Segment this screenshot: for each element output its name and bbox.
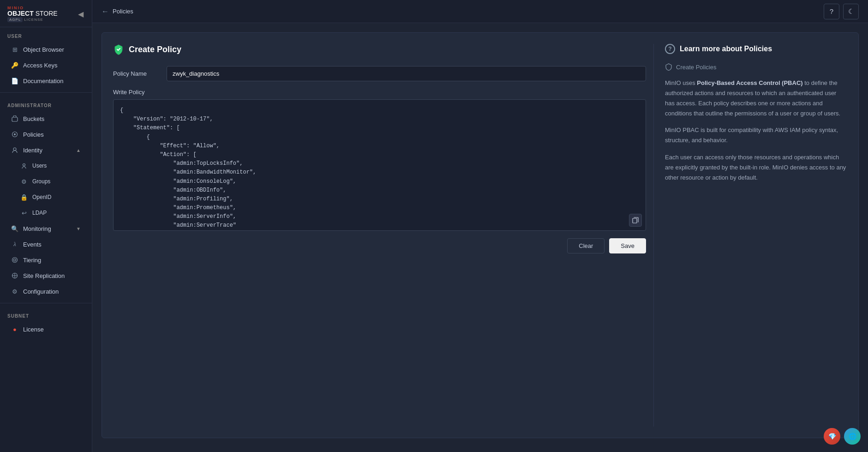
sidebar-item-users[interactable]: Users [4,158,88,173]
create-policy-panel: Create Policy Policy Name Write Policy {… [113,44,646,427]
shield-icon [113,44,124,55]
clear-button[interactable]: Clear [567,238,605,253]
back-button[interactable]: ← [102,7,109,16]
sidebar-item-label: Tiering [23,257,41,264]
help-paragraph-2: MinIO PBAC is built for compatibility wi… [665,125,847,145]
divider [0,92,92,93]
help-circle-icon: ? [665,44,675,54]
documentation-icon: 📄 [11,77,18,84]
help-paragraph-3: Each user can access only those resource… [665,152,847,183]
sidebar-item-configuration[interactable]: ⚙ Configuration [4,284,88,299]
groups-icon: ⚙ [20,178,28,185]
sidebar-item-label: Object Browser [23,46,64,53]
sidebar-item-label: LDAP [32,210,47,216]
topbar: ← Policies ? ☾ [92,0,868,23]
diamond-badge[interactable]: 💎 [824,428,840,445]
code-editor-wrapper: { "Version": "2012-10-17", "Statement": … [113,99,646,231]
help-panel: ? Learn more about Policies Create Polic… [653,44,847,427]
policy-json-editor[interactable]: { "Version": "2012-10-17", "Statement": … [114,100,646,229]
sidebar-item-policies[interactable]: Policies [4,127,88,142]
logo-text: MINIO OBJECT STORE AGPL LICENSE [7,6,58,22]
svg-point-5 [12,258,18,263]
sidebar-item-documentation[interactable]: 📄 Documentation [4,73,88,88]
sidebar-item-label: Documentation [23,78,63,84]
sidebar-item-license[interactable]: ● License [4,322,88,337]
write-policy-section: Write Policy { "Version": "2012-10-17", … [113,89,646,231]
object-browser-icon: ⊞ [11,46,18,53]
tiering-icon [11,256,18,264]
sidebar-item-access-keys[interactable]: 🔑 Access Keys [4,58,88,72]
svg-point-3 [13,148,16,151]
content-grid: Create Policy Policy Name Write Policy {… [102,32,859,438]
sidebar-item-buckets[interactable]: Buckets [4,111,88,126]
sidebar-item-label: Buckets [23,115,44,122]
sidebar-item-identity[interactable]: Identity ▲ [4,143,88,157]
svg-point-6 [14,259,16,261]
policy-name-input[interactable] [167,66,646,81]
create-policies-link[interactable]: Create Policies [665,63,847,71]
sidebar-item-ldap[interactable]: ↩ LDAP [4,205,88,220]
openid-icon: 🔒 [20,193,28,201]
svg-rect-0 [12,117,18,121]
logo-license-text: LICENSE [24,18,43,22]
collapse-sidebar-button[interactable]: ◀ [77,9,84,19]
sidebar-item-label: Identity [23,147,42,154]
svg-point-2 [14,133,16,135]
sidebar-item-label: Configuration [23,288,59,295]
svg-rect-10 [633,218,637,223]
sidebar-item-groups[interactable]: ⚙ Groups [4,174,88,189]
create-policies-link-text: Create Policies [676,64,716,71]
sidebar-item-tiering[interactable]: Tiering [4,253,88,267]
sidebar-item-label: Groups [32,178,50,185]
divider-2 [0,303,92,303]
policy-name-label: Policy Name [113,70,159,77]
ldap-icon: ↩ [20,209,28,217]
corner-badges: 💎 🌐 [824,428,861,445]
sidebar-item-monitoring[interactable]: 🔍 Monitoring ▼ [4,221,88,236]
sidebar-item-label: Monitoring [23,225,51,232]
users-icon [20,162,28,169]
user-section-label: User [0,27,92,42]
action-row: Clear Save [113,238,646,253]
link-shield-icon [665,63,672,71]
write-policy-label: Write Policy [113,89,646,96]
save-button[interactable]: Save [609,238,646,253]
copy-code-button[interactable] [629,214,642,227]
breadcrumb: ← Policies [102,7,133,16]
help-panel-header: ? Learn more about Policies [665,44,847,54]
create-policy-title: Create Policy [129,45,181,54]
help-paragraph-1: MinIO uses Policy-Based Access Control (… [665,78,847,119]
policies-icon [11,131,18,138]
sidebar-item-label: License [23,326,44,333]
admin-section-label: Administrator [0,96,92,111]
monitoring-icon: 🔍 [11,225,18,232]
access-keys-icon: 🔑 [11,61,18,69]
buckets-icon [11,115,18,122]
logo-license-badge: AGPL [7,17,23,22]
sidebar-item-label: Policies [23,131,44,138]
topbar-actions: ? ☾ [824,4,859,19]
configuration-icon: ⚙ [11,288,18,295]
identity-icon [11,146,18,154]
logo-license: AGPL LICENSE [7,17,58,22]
help-button[interactable]: ? [824,4,839,19]
site-replication-icon [11,272,18,279]
world-badge[interactable]: 🌐 [844,428,861,445]
sidebar-item-label: Events [23,241,42,248]
sidebar-item-openid[interactable]: 🔒 OpenID [4,190,88,205]
logo-product: OBJECT STORE [7,10,58,17]
policy-name-row: Policy Name [113,66,646,81]
sidebar-item-label: Users [32,163,47,169]
sidebar-item-label: Access Keys [23,62,57,69]
sidebar-item-site-replication[interactable]: Site Replication [4,268,88,283]
sidebar: MINIO OBJECT STORE AGPL LICENSE ◀ User ⊞… [0,0,92,452]
subnet-section-label: Subnet [0,307,92,321]
theme-toggle-button[interactable]: ☾ [843,4,859,19]
breadcrumb-link[interactable]: Policies [113,8,133,15]
sidebar-item-events[interactable]: λ Events [4,237,88,252]
logo-area: MINIO OBJECT STORE AGPL LICENSE ◀ [0,0,92,27]
panel-header: Create Policy [113,44,646,55]
content-area: Create Policy Policy Name Write Policy {… [92,23,868,452]
identity-expand-icon: ▲ [76,148,81,153]
sidebar-item-object-browser[interactable]: ⊞ Object Browser [4,42,88,57]
